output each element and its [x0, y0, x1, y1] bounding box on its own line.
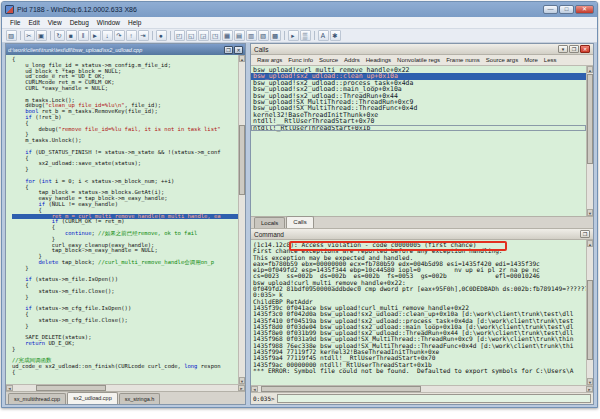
title-bar[interactable]: Pid 7188 - WinDbg:6.12.0002.633 X86 — □ …	[2, 2, 597, 17]
copy-icon[interactable]: ▣	[36, 30, 47, 41]
disassembly-window-icon[interactable]: ▥	[246, 30, 257, 41]
scroll-down-icon[interactable]: ▼	[239, 377, 245, 384]
dock-menu-icon[interactable]: ▾	[558, 45, 568, 53]
code-token: i = 0; i < status->m_block_num; ++i)	[52, 178, 175, 184]
code-line[interactable]: debug("remove file_id=%lu fail, it is no…	[12, 127, 238, 133]
go-icon[interactable]: ►	[90, 30, 101, 41]
dock-float-icon[interactable]: ❐	[580, 230, 590, 238]
tab-sx-stringa-h[interactable]: sx_stringa.h	[119, 393, 161, 404]
scroll-right-icon[interactable]: ►	[586, 386, 593, 392]
scroll-left-icon[interactable]: ◄	[6, 385, 13, 391]
minimize-button[interactable]: —	[543, 5, 558, 14]
break-icon[interactable]: ‖	[78, 30, 89, 41]
code-token: (status->m_file.IsOpen())	[32, 276, 118, 282]
code-line[interactable]: delete tap_block; //curl_multi_remove_ha…	[12, 260, 238, 266]
code-line[interactable]: ud_code_e sx2_udload::on_finish(CURLcode…	[12, 364, 238, 370]
run-to-cursor-icon[interactable]: ⇥	[138, 30, 149, 41]
toolbar-separator	[284, 31, 285, 40]
open-source-file-icon[interactable]: ▨	[6, 30, 17, 41]
close-button[interactable]: ✕	[575, 5, 594, 14]
pane-close-icon[interactable]: ✕	[580, 45, 590, 53]
scroll-thumb[interactable]	[587, 74, 593, 164]
command-horizontal-scrollbar[interactable]: ◄ ►	[251, 385, 593, 392]
calls-button-nonvolatile-regs[interactable]: Nonvolatile regs	[394, 57, 443, 63]
code-line[interactable]: if (UD_STATUS_FINISH != status->m_state …	[12, 150, 238, 156]
menu-window[interactable]: Window	[93, 18, 124, 27]
calls-button-source-args[interactable]: Source args	[483, 57, 521, 63]
source-vertical-scrollbar[interactable]: ▲ ▼	[238, 55, 245, 384]
scroll-down-icon[interactable]: ▼	[587, 378, 593, 385]
dock-float-icon[interactable]: ❐	[569, 45, 579, 53]
menu-view[interactable]: View	[44, 18, 66, 27]
toolbar: ▨✂▣↻■‖►↓↷↑⇥●◰◱◲◳▦▤▥▧▩▸▒A✱	[2, 29, 597, 43]
scroll-thumb[interactable]	[587, 280, 593, 360]
call-stack-window-icon[interactable]: ▤	[234, 30, 245, 41]
menu-help[interactable]: Help	[124, 18, 145, 27]
calls-button-source[interactable]: Source	[316, 57, 341, 63]
source-pane-header[interactable]: d:\work\client\trunk\test\dll\bsw_upload…	[6, 44, 245, 55]
maximize-button[interactable]: □	[559, 5, 574, 14]
code-line[interactable]: {	[12, 370, 238, 376]
code-token: //curl_multi_remove_handle会调用on_p	[98, 259, 214, 265]
scroll-up-icon[interactable]: ▲	[587, 66, 593, 73]
scroll-thumb[interactable]	[239, 125, 245, 195]
command-input[interactable]	[277, 394, 591, 403]
code-token: (NULL != easy_handle)	[45, 201, 118, 207]
restart-icon[interactable]: ↻	[54, 30, 65, 41]
scratch-pad-icon[interactable]: ▧	[258, 30, 269, 41]
calls-vertical-scrollbar[interactable]: ▲ ▼	[586, 66, 593, 216]
tab-calls[interactable]: Calls	[286, 216, 313, 228]
menu-debug[interactable]: Debug	[66, 18, 93, 27]
scroll-left-icon[interactable]: ◄	[251, 386, 258, 392]
registers-window-icon[interactable]: ◳	[210, 30, 221, 41]
tab-sx-multithread-cpp[interactable]: sx_multithread.cpp	[8, 393, 66, 404]
calls-button-raw-args[interactable]: Raw args	[254, 57, 285, 63]
scroll-thumb[interactable]	[261, 386, 421, 392]
scroll-right-icon[interactable]: ►	[238, 385, 245, 391]
code-token: (CURLM_OK != ret_m)	[58, 218, 124, 224]
code-token: "remove file_id=%lu fail, it is not in t…	[58, 126, 220, 132]
step-out-icon[interactable]: ↑	[126, 30, 137, 41]
source-code[interactable]: { u_long file_id = status->m_config.m_fi…	[6, 55, 238, 384]
pane-maximize-icon[interactable]: ❐	[224, 46, 233, 54]
scroll-up-icon[interactable]: ▲	[239, 55, 245, 62]
scroll-thumb[interactable]	[36, 385, 106, 391]
stop-debugging-icon[interactable]: ■	[66, 30, 77, 41]
menu-edit[interactable]: Edit	[24, 18, 43, 27]
locals-window-icon[interactable]: ◲	[198, 30, 209, 41]
cut-icon[interactable]: ✂	[24, 30, 35, 41]
code-token: int	[42, 178, 52, 184]
calls-button-headings[interactable]: Headings	[363, 57, 394, 63]
tab-sx2-udload-cpp[interactable]: sx2_udload.cpp	[67, 392, 118, 404]
command-pane-header[interactable]: Command ❐	[251, 229, 593, 240]
assembly-mode-icon[interactable]: ▒	[300, 30, 311, 41]
toolbar-separator	[314, 31, 315, 40]
tab-locals[interactable]: Locals	[254, 217, 285, 228]
step-into-icon[interactable]: ↓	[102, 30, 113, 41]
calls-button-less[interactable]: Less	[541, 57, 560, 63]
step-over-icon[interactable]: ↷	[114, 30, 125, 41]
command-window-icon[interactable]: ◰	[174, 30, 185, 41]
calls-button-more[interactable]: More	[521, 57, 541, 63]
command-vertical-scrollbar[interactable]: ▲ ▼	[586, 240, 593, 385]
memory-window-icon[interactable]: ▦	[222, 30, 233, 41]
calls-button-func-info[interactable]: Func info	[285, 57, 316, 63]
call-stack-row[interactable]: ntdll!_RtlUserThreadStart+0x1b	[251, 125, 586, 131]
calls-button-addrs[interactable]: Addrs	[341, 57, 363, 63]
source-horizontal-scrollbar[interactable]: ◄ ►	[6, 384, 245, 391]
source-mode-icon[interactable]: ▸	[288, 30, 299, 41]
pane-close-icon[interactable]: ✕	[234, 46, 243, 54]
breakpoint-icon[interactable]: ●	[156, 30, 167, 41]
calls-pane-header[interactable]: Calls ▾ ❐ ✕	[251, 44, 593, 55]
code-token: long	[184, 363, 197, 369]
windbg-app-icon	[5, 5, 14, 14]
font-icon[interactable]: A	[318, 30, 329, 41]
scroll-down-icon[interactable]: ▼	[587, 209, 593, 216]
processes-threads-icon[interactable]: ▩	[270, 30, 281, 41]
calls-button-frame-nums[interactable]: Frame nums	[443, 57, 483, 63]
watch-window-icon[interactable]: ◱	[186, 30, 197, 41]
menu-file[interactable]: File	[6, 18, 24, 27]
source-file-path: d:\work\client\trunk\test\dll\bsw_upload…	[8, 47, 223, 53]
scroll-up-icon[interactable]: ▲	[587, 240, 593, 247]
options-icon[interactable]: ✱	[330, 30, 341, 41]
